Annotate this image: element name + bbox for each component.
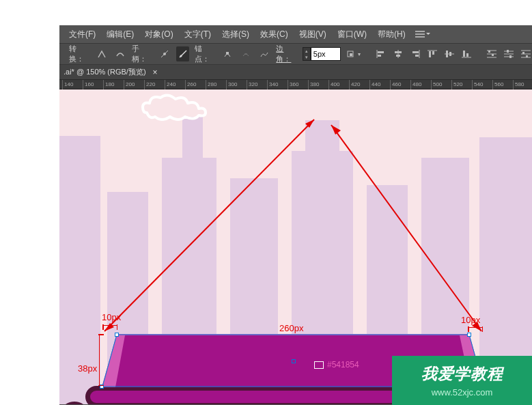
- svg-marker-60: [331, 125, 341, 135]
- corner-input[interactable]: [311, 47, 341, 61]
- ruler-tick: 180: [103, 80, 114, 89]
- ruler-tick: 380: [308, 80, 319, 89]
- svg-rect-18: [429, 51, 431, 57]
- watermark-title: 我爱学教程: [421, 363, 503, 385]
- svg-rect-19: [432, 51, 434, 55]
- svg-line-59: [331, 125, 481, 331]
- svg-rect-39: [522, 52, 524, 54]
- dist-vcenter-icon[interactable]: [503, 47, 515, 61]
- ruler-tick: 300: [226, 80, 237, 89]
- ruler-tick: 200: [124, 80, 135, 89]
- ruler-tick: 400: [328, 80, 339, 89]
- tabbar: .ai* @ 150% (RGB/预览) ×: [59, 65, 532, 80]
- document-tab[interactable]: .ai* @ 150% (RGB/预览) ×: [64, 65, 158, 80]
- anchor-add-icon[interactable]: [221, 46, 234, 61]
- svg-rect-40: [526, 55, 528, 57]
- align-vcenter-icon[interactable]: [444, 47, 456, 61]
- convert-corner-icon[interactable]: [95, 46, 108, 61]
- menu-object[interactable]: 对象(O): [139, 29, 178, 40]
- menu-effect[interactable]: 效果(C): [255, 29, 294, 40]
- ruler-tick: 240: [165, 80, 176, 89]
- svg-rect-4: [226, 52, 229, 55]
- ruler-tick: 580: [513, 80, 524, 89]
- annotation-10px-right: 10px: [461, 315, 480, 325]
- ruler-tick: 220: [144, 80, 155, 89]
- svg-line-56: [104, 120, 314, 331]
- align-right-icon[interactable]: [409, 47, 421, 61]
- panel-menu-icon[interactable]: [415, 29, 429, 40]
- ruler-tick: 560: [492, 80, 503, 89]
- ruler-tick: 460: [390, 80, 401, 89]
- close-tab-icon[interactable]: ×: [153, 68, 158, 77]
- ruler-tick: 540: [472, 80, 483, 89]
- dim-left: [102, 325, 117, 329]
- menu-edit[interactable]: 编辑(E): [101, 29, 139, 40]
- svg-rect-15: [412, 51, 419, 53]
- svg-rect-35: [509, 55, 512, 58]
- handle-hide-icon[interactable]: [176, 46, 189, 61]
- annotation-10px-left: 10px: [102, 312, 121, 322]
- dim-height: [99, 334, 103, 386]
- menu-window[interactable]: 窗口(W): [332, 29, 372, 40]
- svg-rect-22: [449, 52, 451, 56]
- annotation-38px: 38px: [78, 363, 97, 374]
- ruler-tick: 360: [288, 80, 298, 89]
- ruler-tick: 520: [451, 80, 462, 89]
- anchor-remove-icon[interactable]: [240, 46, 253, 61]
- ruler-tick: 500: [431, 80, 442, 89]
- svg-rect-21: [446, 51, 448, 57]
- corner-stepper[interactable]: ▲▼: [303, 47, 311, 61]
- ruler-tick: 320: [247, 80, 257, 89]
- ruler-tick: 420: [349, 80, 360, 89]
- svg-rect-29: [488, 51, 490, 53]
- svg-rect-7: [350, 53, 352, 56]
- ruler-tick: 160: [83, 80, 94, 89]
- align-left-icon[interactable]: [375, 47, 387, 61]
- svg-rect-24: [463, 51, 465, 57]
- menu-view[interactable]: 视图(V): [294, 29, 332, 40]
- align-top-icon[interactable]: [427, 47, 438, 61]
- watermark: 我爱学教程 www.52xjc.com: [392, 356, 532, 405]
- dist-bottom-icon[interactable]: [520, 47, 532, 61]
- document-title: .ai* @ 150% (RGB/预览): [64, 67, 146, 77]
- corner-label: 边角：: [276, 44, 295, 64]
- svg-rect-13: [396, 55, 400, 57]
- annotation-260px: 260px: [279, 323, 303, 333]
- dim-right: [468, 327, 483, 331]
- corner-field: ▲▼: [303, 47, 341, 61]
- handle-show-icon[interactable]: [158, 46, 171, 61]
- menu-select[interactable]: 选择(S): [216, 29, 255, 40]
- transform-label: 转换：: [69, 44, 88, 64]
- menu-type[interactable]: 文字(T): [179, 29, 216, 40]
- svg-rect-12: [395, 51, 402, 53]
- dist-top-icon[interactable]: [486, 47, 498, 61]
- svg-rect-9: [378, 51, 384, 53]
- anchor-label: 锚点：: [195, 44, 214, 64]
- menubar: 文件(F) 编辑(E) 对象(O) 文字(T) 选择(S) 效果(C) 视图(V…: [59, 25, 532, 43]
- ruler-tick: 280: [206, 80, 216, 89]
- align-hcenter-icon[interactable]: [392, 47, 404, 61]
- svg-rect-10: [378, 55, 381, 57]
- svg-rect-34: [507, 50, 509, 53]
- ruler-horizontal[interactable]: 1401601802002202402602803003203403603804…: [59, 80, 532, 89]
- control-bar: 转换： 手柄： 锚点： 边角： ▲▼ ▾: [59, 43, 532, 65]
- svg-rect-16: [415, 55, 419, 57]
- align-bottom-icon[interactable]: [461, 47, 473, 61]
- ruler-tick: 260: [185, 80, 196, 89]
- ruler-tick: 340: [267, 80, 278, 89]
- svg-rect-25: [466, 53, 468, 57]
- convert-smooth-icon[interactable]: [113, 46, 126, 61]
- ruler-tick: 140: [62, 80, 73, 89]
- svg-line-1: [161, 51, 168, 57]
- svg-point-3: [180, 55, 182, 57]
- menu-file[interactable]: 文件(F): [64, 29, 101, 40]
- svg-rect-30: [492, 54, 494, 56]
- ruler-tick: 440: [369, 80, 380, 89]
- connect-path-icon[interactable]: [258, 46, 271, 61]
- ruler-tick: 480: [410, 80, 421, 89]
- watermark-url: www.52xjc.com: [432, 387, 493, 397]
- menu-help[interactable]: 帮助(H): [372, 29, 411, 40]
- handle-label: 手柄：: [132, 44, 151, 64]
- align-to-icon[interactable]: ▾: [346, 46, 361, 61]
